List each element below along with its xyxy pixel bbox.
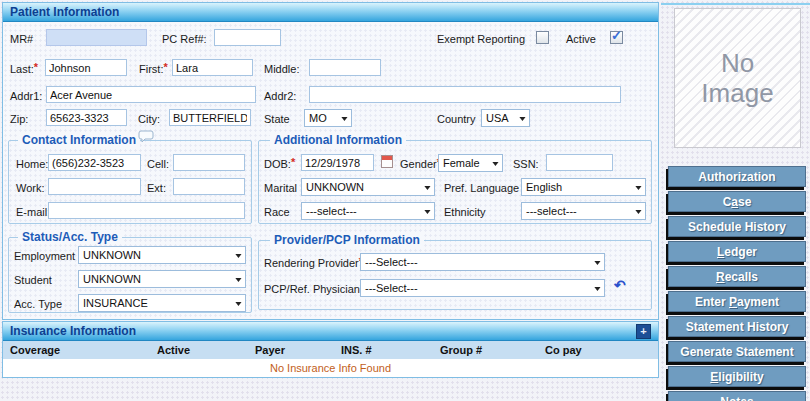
email-input[interactable] [48,202,245,219]
pcp-ref-physician-select[interactable]: ---Select---▼ [360,279,605,297]
addr1-input[interactable] [46,86,256,103]
state-select[interactable]: MO▼ [304,109,352,127]
sidebar-button-case[interactable]: Case [668,191,806,212]
required-marker: * [163,61,167,73]
chevron-down-icon: ▼ [633,208,643,216]
required-marker: * [34,61,38,73]
first-name-input[interactable] [172,59,253,76]
last-name-label: Last:* [10,63,38,75]
chevron-down-icon: ▼ [592,285,602,293]
middle-name-label: Middle: [264,63,299,75]
undo-icon[interactable]: ↶ [614,277,626,293]
acc-type-label: Acc. Type [14,298,62,310]
chevron-down-icon: ▼ [633,184,643,192]
employment-select[interactable]: UNKNOWN▼ [78,246,246,264]
pcp-ref-physician-label: PCP/Ref. Physician [264,283,360,295]
additional-info-title: Additional Information [270,133,406,147]
required-marker: * [291,156,295,168]
student-label: Student [14,274,52,286]
employment-label: Employment [14,250,75,262]
pc-ref-label: PC Ref#: [162,33,207,45]
middle-name-input[interactable] [309,59,381,76]
comment-bubble-icon[interactable] [138,130,154,148]
add-insurance-button[interactable]: + [636,324,651,339]
sidebar-top-border [661,3,810,5]
sidebar-button-ledger[interactable]: Ledger [668,241,806,262]
provider-pcp-fieldset [258,240,652,310]
gender-label: Gender* [400,158,441,170]
exempt-reporting-checkbox[interactable] [536,31,549,44]
ethnicity-label: Ethnicity [444,206,486,218]
rendering-provider-select[interactable]: ---Select---▼ [360,253,605,271]
work-phone-input[interactable] [48,178,141,195]
sidebar-button-recalls[interactable]: Recalls [668,266,806,287]
mr-label: MR# [10,33,33,45]
city-label: City: [138,113,160,125]
acc-type-select[interactable]: INSURANCE▼ [78,294,246,312]
chevron-down-icon: ▼ [422,208,432,216]
sidebar-button-notes[interactable]: Notes [668,391,806,401]
addr1-label: Addr1: [10,90,42,102]
ethnicity-select[interactable]: ---select---▼ [521,202,646,220]
column-group-number: Group # [440,344,482,356]
sidebar-button-schedule-history[interactable]: Schedule History [668,216,806,237]
column-coverage: Coverage [10,344,60,356]
race-label: Race [264,206,290,218]
column-co-pay: Co pay [545,344,582,356]
city-input[interactable] [169,109,251,126]
first-name-label: First:* [139,63,168,75]
country-select[interactable]: USA▼ [481,109,530,127]
race-select[interactable]: ---select---▼ [301,202,435,220]
marital-label: Marital [264,182,297,194]
status-acc-type-title: Status/Acc. Type [18,230,122,244]
chevron-down-icon: ▼ [233,300,243,308]
column-active: Active [157,344,190,356]
check-icon: ✓ [611,28,622,43]
addr2-label: Addr2: [264,90,296,102]
sidebar-button-generate-statement[interactable]: Generate Statement [668,341,806,362]
exempt-reporting-label: Exempt Reporting [437,33,525,45]
active-checkbox[interactable]: ✓ [610,31,623,44]
addr2-input[interactable] [309,86,621,103]
patient-info-header: Patient Information [3,3,658,22]
home-phone-input[interactable] [48,154,141,171]
chevron-down-icon: ▼ [422,184,432,192]
sidebar-button-eligibility[interactable]: Eligibility [668,366,806,387]
chevron-down-icon: ▼ [339,115,349,123]
email-label: E-mail: [16,206,50,218]
sidebar-button-authorization[interactable]: Authorization [668,166,806,187]
marital-select[interactable]: UNKNOWN▼ [301,178,435,196]
ext-label: Ext: [147,182,166,194]
dob-input[interactable] [301,154,374,171]
no-image-text: No Image [696,48,780,108]
patient-photo-placeholder: No Image [674,8,801,148]
gender-select[interactable]: Female▼ [438,154,503,172]
pc-ref-input[interactable] [214,29,281,46]
chevron-down-icon: ▼ [233,276,243,284]
insurance-header: Insurance Information [3,322,658,341]
chevron-down-icon: ▼ [592,259,602,267]
no-insurance-message: No Insurance Info Found [3,362,658,374]
patient-info-title: Patient Information [10,5,119,19]
zip-input[interactable] [46,109,127,126]
patient-information-screen: Patient Information MR# PC Ref#: Exempt … [0,0,810,401]
zip-label: Zip: [10,113,28,125]
home-phone-label: Home: [16,158,48,170]
active-label: Active [566,33,596,45]
chevron-down-icon: ▼ [233,252,243,260]
sidebar-button-statement-history[interactable]: Statement History [668,316,806,337]
column-ins-number: INS. # [341,344,372,356]
sidebar-button-enter-payment[interactable]: Enter Payment [668,291,806,312]
ext-input[interactable] [173,178,245,195]
ssn-label: SSN: [513,158,539,170]
country-label: Country [437,113,476,125]
last-name-input[interactable] [45,59,127,76]
mr-input[interactable] [46,29,147,46]
ssn-input[interactable] [546,154,613,171]
student-select[interactable]: UNKNOWN▼ [78,270,246,288]
calendar-icon[interactable] [381,155,393,168]
cell-phone-input[interactable] [173,154,245,171]
sidebar-buttons: AuthorizationCaseSchedule HistoryLedgerR… [668,166,806,401]
column-payer: Payer [255,344,285,356]
pref-language-select[interactable]: English▼ [521,178,646,196]
